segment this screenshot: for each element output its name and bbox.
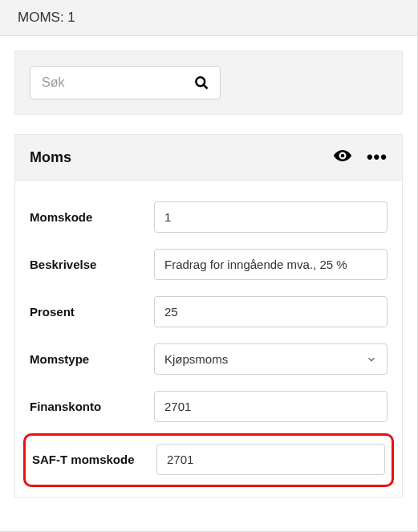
row-momskode: Momskode	[30, 193, 388, 241]
page-header: MOMS: 1	[0, 0, 417, 36]
page-title: MOMS: 1	[18, 10, 75, 25]
svg-point-0	[196, 77, 205, 86]
svg-point-2	[341, 154, 345, 158]
label-beskrivelse: Beskrivelse	[30, 249, 154, 273]
moms-panel: Moms ••• Momskode Beskrivelse	[14, 134, 403, 497]
label-momstype: Momstype	[30, 343, 154, 368]
content-area: Moms ••• Momskode Beskrivelse	[0, 36, 417, 512]
search-input[interactable]	[30, 66, 221, 99]
eye-icon[interactable]	[333, 146, 352, 169]
select-momstype[interactable]: Kjøpsmoms	[154, 343, 388, 375]
label-finanskonto: Finanskonto	[30, 391, 154, 415]
row-beskrivelse: Beskrivelse	[30, 241, 388, 288]
input-momskode[interactable]	[154, 201, 388, 233]
panel-header: Moms •••	[15, 135, 402, 181]
panel-title: Moms	[30, 149, 71, 166]
row-momstype: Momstype Kjøpsmoms	[30, 335, 388, 383]
label-momskode: Momskode	[30, 201, 154, 225]
search-icon[interactable]	[193, 75, 209, 91]
label-prosent: Prosent	[30, 296, 154, 320]
input-finanskonto[interactable]	[154, 391, 388, 422]
input-saft[interactable]	[156, 444, 385, 475]
search-card	[14, 51, 403, 115]
input-prosent[interactable]	[154, 296, 388, 327]
label-saft: SAF-T momskode	[32, 444, 156, 468]
svg-line-1	[204, 85, 208, 89]
search-wrap	[30, 66, 221, 99]
input-beskrivelse[interactable]	[154, 249, 388, 280]
form-body: Momskode Beskrivelse Prosent Momstype	[15, 181, 402, 497]
more-icon[interactable]: •••	[367, 148, 388, 166]
row-saft-highlight: SAF-T momskode	[23, 433, 394, 487]
row-prosent: Prosent	[30, 288, 388, 335]
row-finanskonto: Finanskonto	[30, 383, 388, 430]
panel-actions: •••	[333, 146, 388, 169]
